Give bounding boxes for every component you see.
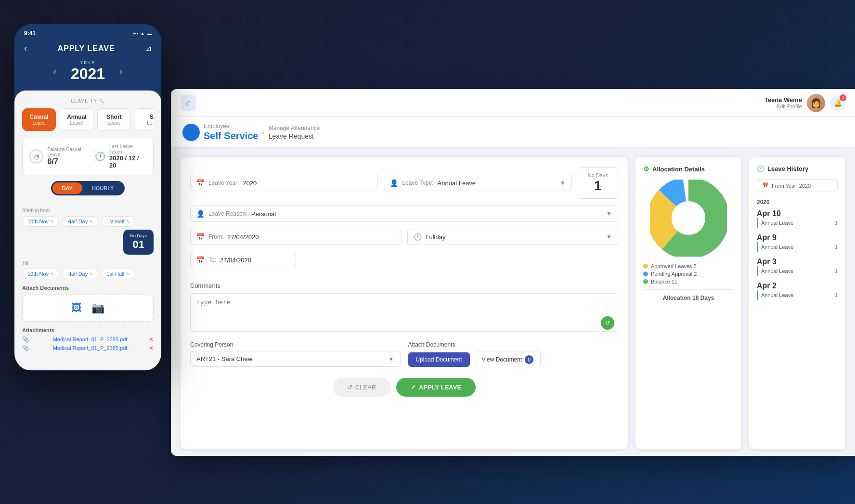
chevron-down-icon-2: ▼ xyxy=(606,210,612,217)
from-label: From: xyxy=(208,233,223,240)
paperclip-icon-2: 📎 xyxy=(22,345,29,351)
breadcrumb-icon: 👤 xyxy=(182,124,200,141)
allocation-total: Allocation 18 Days xyxy=(643,289,734,301)
history-leave-type-apr10: Annual Leave 1 xyxy=(757,218,838,228)
history-title-text: Leave History xyxy=(767,165,808,172)
paperclip-icon-1: 📎 xyxy=(22,336,29,343)
breadcrumb: 👤 Employee Self Service › Manage Attenda… xyxy=(171,117,855,148)
breadcrumb-separator: › xyxy=(262,128,264,137)
photo-upload-icon[interactable]: 🖼 xyxy=(71,302,82,314)
start-date-row: 10th Nov ✎ Half Day ✎ 1st Half ✎ No Days… xyxy=(22,216,154,255)
breadcrumb-section: Employee xyxy=(204,123,258,129)
leave-type-s[interactable]: S Le... xyxy=(135,108,154,131)
start-half-chip[interactable]: Half Day ✎ xyxy=(62,216,98,227)
battery-icon: ▬ xyxy=(147,31,152,36)
start-date: 10th Nov xyxy=(27,219,49,224)
home-icon[interactable]: ⌂ xyxy=(181,95,196,111)
camera-icon[interactable]: 📷 xyxy=(91,302,104,314)
history-type-label-4: Annual Leave xyxy=(761,292,793,298)
back-button[interactable]: ‹ xyxy=(24,43,27,53)
history-count-2: 1 xyxy=(835,244,838,250)
comments-textarea[interactable] xyxy=(190,293,618,332)
leave-type-short[interactable]: Short Leave xyxy=(97,108,131,131)
covering-value: ART21 - Sara Chew xyxy=(196,355,252,362)
history-entry-apr10: Apr 10 Annual Leave 1 xyxy=(757,209,838,228)
start-section: Starting from 10th Nov ✎ Half Day ✎ 1st … xyxy=(22,208,154,255)
history-leave-type-apr2: Annual Leave 1 xyxy=(757,290,838,300)
start-date-chip[interactable]: 10th Nov ✎ xyxy=(22,216,59,227)
edit-icon: ✎ xyxy=(50,219,54,224)
form-row-2: 👤 Leave Reason: Personal ▼ xyxy=(190,206,618,222)
to-value[interactable]: 27/04/2020 xyxy=(220,257,290,264)
starting-from-label: Starting from xyxy=(22,208,154,213)
attachment-2-name: Medical Report_01_P_2385.pdf xyxy=(53,345,128,351)
fullday-field: 🕐 Fullday ▼ xyxy=(407,229,619,245)
top-nav: ⌂ Teena Weine Edit Profile 👩 🔔 2 xyxy=(171,89,855,117)
start-position-chip[interactable]: 1st Half ✎ xyxy=(101,216,135,227)
legend-pending-label: Pending Approval 2 xyxy=(651,271,697,277)
from-value[interactable]: 27/04/2020 xyxy=(227,233,395,241)
phone-signal: ▪▪▪ ▲ ▬ xyxy=(133,31,152,36)
history-date-apr3: Apr 3 xyxy=(757,258,838,266)
allocation-legend: Approved Leaves 5 Pending Approval 2 Bal… xyxy=(643,263,734,284)
leave-reason-value[interactable]: Personal xyxy=(251,210,602,218)
balance-row: ◔ Balance Casual Leave 6/7 🕐 Last Leave … xyxy=(22,138,154,175)
form-row-4: 📅 To: 27/04/2020 xyxy=(190,252,618,268)
leave-form-panel: 📅 Leave Year: 2020 👤 Leave Type: Annual … xyxy=(181,157,628,449)
s-name: S xyxy=(142,114,154,120)
refresh-icon[interactable]: ↺ xyxy=(601,316,614,330)
till-section: Till 10th Nov ✎ Half Day ✎ 1st Half ✎ xyxy=(22,260,154,279)
filter-icon[interactable]: ⊿ xyxy=(145,44,152,53)
remove-attachment-1[interactable]: ✕ xyxy=(149,336,154,343)
covering-select[interactable]: ART21 - Sara Chew ▼ xyxy=(190,351,401,367)
view-document-badge: 0 xyxy=(525,355,533,364)
history-count: 1 xyxy=(835,220,838,226)
phone-year-nav: ‹ YEAR 2021 › xyxy=(14,60,161,90)
leave-type-casual[interactable]: Casual Leave xyxy=(22,108,56,131)
till-position: 1st Half xyxy=(106,271,124,277)
prev-year-button[interactable]: ‹ xyxy=(53,66,56,77)
till-date-chip[interactable]: 10th Nov ✎ xyxy=(22,269,59,279)
view-document-button[interactable]: View Document 0 xyxy=(475,351,541,368)
edit-icon-3: ✎ xyxy=(126,219,130,224)
till-position-chip[interactable]: 1st Half ✎ xyxy=(101,269,135,279)
edit-icon-2: ✎ xyxy=(89,219,93,224)
upload-document-button[interactable]: Upload Document xyxy=(408,352,470,367)
clear-button[interactable]: ↺ CLEAR xyxy=(333,378,390,397)
fullday-value[interactable]: Fullday xyxy=(426,233,603,241)
notification-bell[interactable]: 🔔 2 xyxy=(830,95,845,111)
user-info: Teena Weine Edit Profile xyxy=(764,96,802,109)
hourly-toggle-btn[interactable]: HOURLY xyxy=(82,182,123,194)
remove-attachment-2[interactable]: ✕ xyxy=(149,345,154,351)
form-row-3: 📅 From: 27/04/2020 🕐 Fullday ▼ xyxy=(190,229,618,245)
till-half-chip[interactable]: Half Day ✎ xyxy=(62,269,98,279)
bottom-row: Covering Person ART21 - Sara Chew ▼ Atta… xyxy=(190,341,618,368)
till-label: Till xyxy=(22,260,154,266)
day-toggle-btn[interactable]: DAY xyxy=(52,182,82,194)
start-half: Half Day xyxy=(67,219,88,224)
history-type-label-2: Annual Leave xyxy=(761,244,793,250)
next-year-button[interactable]: › xyxy=(119,66,123,77)
history-bar-2 xyxy=(757,242,758,252)
allocation-icon: ⚙ xyxy=(643,165,649,173)
attach-upload-area[interactable]: 🖼 📷 xyxy=(22,295,154,322)
year-value: 2021 xyxy=(71,65,105,83)
attachments-title: Attachments xyxy=(22,327,154,333)
leave-type-value[interactable]: Annual Leave xyxy=(438,180,556,187)
last-leave-value: 2020 / 12 / 20 xyxy=(109,155,146,169)
person2-icon: 👤 xyxy=(196,210,205,218)
edit-profile-link[interactable]: Edit Profile xyxy=(764,103,802,109)
chevron-down-icon-4: ▼ xyxy=(389,356,394,362)
leave-year-value[interactable]: 2020 xyxy=(243,180,372,187)
calendar-filter-icon: 📅 xyxy=(762,182,769,189)
year-label: YEAR xyxy=(71,60,105,65)
apply-leave-button[interactable]: ✓ APPLY LEAVE xyxy=(396,378,476,397)
clock-icon-sm: 🕐 xyxy=(95,151,105,162)
leave-type-annual[interactable]: Annual Leave xyxy=(60,108,93,131)
from-year-filter[interactable]: 📅 From Year 2020 xyxy=(757,179,838,192)
allocation-panel: ⚙ Allocation Details xyxy=(635,157,741,449)
legend-dot-balance xyxy=(643,279,648,284)
till-date-row: 10th Nov ✎ Half Day ✎ 1st Half ✎ xyxy=(22,269,154,279)
no-days-phone-value: 01 xyxy=(130,238,147,251)
attachments-list: Attachments 📎 Medical Report_01_P_2385.p… xyxy=(22,327,154,351)
